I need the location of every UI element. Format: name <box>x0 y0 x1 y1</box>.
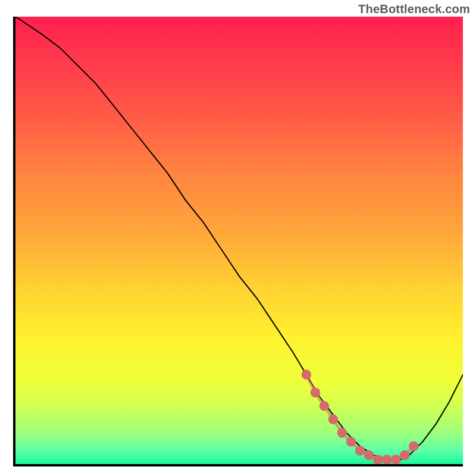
chart-background-gradient <box>15 17 463 464</box>
highlight-dot <box>328 415 339 425</box>
highlight-dot <box>346 437 356 447</box>
highlight-dot <box>355 446 365 456</box>
highlight-dot <box>302 369 312 380</box>
highlight-dot <box>391 455 401 464</box>
highlight-dot <box>320 401 330 411</box>
highlight-dot <box>382 455 392 464</box>
highlight-dot <box>311 387 321 397</box>
highlight-dot <box>373 455 383 464</box>
chart-svg <box>15 17 463 464</box>
highlight-dot <box>400 450 410 461</box>
highlight-dot <box>364 450 374 461</box>
watermark-text: TheBottleneck.com <box>358 2 470 16</box>
chart-axes <box>13 17 463 466</box>
highlight-dot <box>409 441 419 452</box>
chart-plot-area <box>15 17 463 464</box>
highlight-dot <box>337 428 347 438</box>
